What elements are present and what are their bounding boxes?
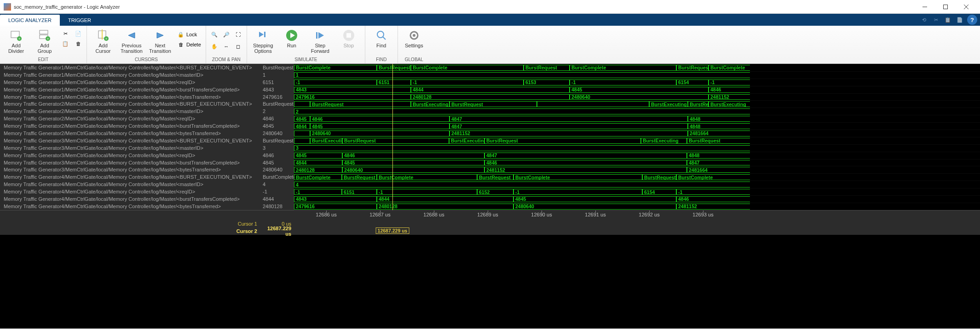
settings-button[interactable]: Settings: [401, 27, 427, 50]
waveform-segment: 2480640: [310, 131, 450, 136]
find-button[interactable]: Find: [368, 27, 395, 50]
add-group-button[interactable]: + Add Group: [31, 27, 58, 56]
signal-waveform[interactable]: 2: [294, 108, 980, 115]
signal-name[interactable]: Memory Traffic Generator1/MemCtrlGate/lo…: [0, 72, 261, 78]
signal-row[interactable]: Memory Traffic Generator1/MemCtrlGate/lo…: [0, 86, 980, 93]
pan-button[interactable]: ✋: [209, 41, 220, 52]
signal-row[interactable]: Memory Traffic Generator4/MemCtrlGate/lo…: [0, 188, 980, 195]
stepping-options-button[interactable]: Stepping Options: [250, 27, 277, 56]
signal-waveform[interactable]: 4844484548464847: [294, 159, 980, 166]
signal-waveform[interactable]: -16151-16153-16154-1: [294, 79, 980, 86]
next-transition-button[interactable]: Next Transition: [147, 27, 173, 56]
signal-row[interactable]: Memory Traffic Generator3/MemCtrlGate/lo…: [0, 152, 980, 159]
signal-row[interactable]: Memory Traffic Generator4/MemCtrlGate/lo…: [0, 203, 980, 210]
signal-row[interactable]: Memory Traffic Generator2/MemCtrlGate/lo…: [0, 122, 980, 130]
signal-name[interactable]: Memory Traffic Generator2/MemCtrlGate/lo…: [0, 131, 261, 136]
signal-name[interactable]: Memory Traffic Generator4/MemCtrlGate/lo…: [0, 189, 261, 194]
close-button[interactable]: [956, 0, 976, 13]
signal-waveform[interactable]: -16151-16152-16154-1: [294, 188, 980, 195]
waveform-segment: 2480640: [513, 204, 676, 210]
signal-row[interactable]: Memory Traffic Generator1/MemCtrlGate/lo…: [0, 71, 980, 79]
paste-icon: 📄: [75, 30, 82, 37]
signal-row[interactable]: Memory Traffic Generator1/MemCtrlGate/lo…: [0, 79, 980, 86]
cut-button[interactable]: ✂: [60, 29, 71, 38]
signal-row[interactable]: Memory Traffic Generator4/MemCtrlGate/lo…: [0, 181, 980, 188]
zoom-in-button[interactable]: 🔍: [209, 29, 220, 40]
signal-row[interactable]: Memory Traffic Generator1/MemCtrlGate/lo…: [0, 64, 980, 71]
run-button[interactable]: Run: [278, 27, 305, 50]
qat-icon-1[interactable]: ⟲: [919, 15, 928, 24]
signal-waveform[interactable]: 4845484648474848: [294, 152, 980, 159]
cursor2-marker[interactable]: 12687.229 us: [376, 227, 409, 234]
signal-name[interactable]: Memory Traffic Generator3/MemCtrlGate/lo…: [0, 153, 261, 158]
signal-name[interactable]: Memory Traffic Generator1/MemCtrlGate/lo…: [0, 94, 261, 100]
delete-cursor-button[interactable]: 🗑 Delete: [175, 40, 203, 49]
minimize-button[interactable]: [914, 0, 935, 13]
qat-icon-4[interactable]: 📄: [955, 15, 964, 24]
signal-waveform[interactable]: BurstCompleteBurstRequestBurstCompleteBu…: [294, 64, 980, 71]
signal-value: BurstRequest: [261, 138, 294, 143]
signal-row[interactable]: Memory Traffic Generator2/MemCtrlGate/lo…: [0, 130, 980, 137]
signal-row[interactable]: Memory Traffic Generator2/MemCtrlGate/lo…: [0, 100, 980, 108]
signal-row[interactable]: Memory Traffic Generator3/MemCtrlGate/lo…: [0, 144, 980, 152]
tab-logic-analyzer[interactable]: LOGIC ANALYZER: [0, 15, 60, 26]
signal-waveform[interactable]: 4845484648474848: [294, 115, 980, 122]
qat-icon-2[interactable]: ✂: [931, 15, 940, 24]
signal-row[interactable]: Memory Traffic Generator1/MemCtrlGate/lo…: [0, 93, 980, 101]
signal-row[interactable]: Memory Traffic Generator4/MemCtrlGate/lo…: [0, 195, 980, 203]
signal-name[interactable]: Memory Traffic Generator2/MemCtrlGate/lo…: [0, 101, 261, 107]
zoom-cursor-button[interactable]: ◻: [233, 41, 244, 52]
copy-button[interactable]: 📋: [60, 39, 71, 48]
add-divider-button[interactable]: + Add Divider: [3, 27, 29, 56]
signal-row[interactable]: Memory Traffic Generator3/MemCtrlGate/lo…: [0, 159, 980, 166]
tab-trigger[interactable]: TRIGGER: [60, 15, 99, 26]
signal-name[interactable]: Memory Traffic Generator2/MemCtrlGate/lo…: [0, 116, 261, 121]
qat-icon-3[interactable]: 📋: [943, 15, 952, 24]
signal-row[interactable]: Memory Traffic Generator2/MemCtrlGate/lo…: [0, 108, 980, 115]
signal-name[interactable]: Memory Traffic Generator3/MemCtrlGate/lo…: [0, 167, 261, 172]
signal-name[interactable]: Memory Traffic Generator4/MemCtrlGate/lo…: [0, 174, 261, 180]
signal-name[interactable]: Memory Traffic Generator3/MemCtrlGate/lo…: [0, 160, 261, 165]
fit-button[interactable]: ⛶: [233, 29, 244, 40]
signal-waveform[interactable]: 4843484448454846: [294, 86, 980, 93]
signal-name[interactable]: Memory Traffic Generator4/MemCtrlGate/lo…: [0, 182, 261, 187]
add-cursor-button[interactable]: + Add Cursor: [90, 27, 116, 56]
signal-waveform[interactable]: BurstCompleteBurstRequestBurstCompleteBu…: [294, 173, 980, 181]
signal-waveform[interactable]: 3: [294, 144, 980, 152]
previous-transition-button[interactable]: Previous Transition: [118, 27, 145, 56]
signal-waveform[interactable]: 2479616248012824806402481152: [294, 203, 980, 210]
zoom-out-button[interactable]: 🔎: [221, 29, 232, 40]
lock-button[interactable]: 🔒 Lock: [175, 30, 203, 39]
signal-waveform[interactable]: 2480128248064024811522481664: [294, 166, 980, 173]
signal-name[interactable]: Memory Traffic Generator2/MemCtrlGate/lo…: [0, 123, 261, 129]
help-button[interactable]: ?: [967, 15, 977, 25]
signal-row[interactable]: Memory Traffic Generator3/MemCtrlGate/lo…: [0, 137, 980, 144]
signal-name[interactable]: Memory Traffic Generator4/MemCtrlGate/lo…: [0, 204, 261, 209]
signal-name[interactable]: Memory Traffic Generator1/MemCtrlGate/lo…: [0, 65, 261, 70]
signal-waveform[interactable]: 4843484448454846: [294, 195, 980, 203]
signal-row[interactable]: Memory Traffic Generator3/MemCtrlGate/lo…: [0, 166, 980, 173]
signal-waveform[interactable]: BurstExecutingBurstRequestBurstExecuting…: [294, 137, 980, 144]
signal-waveform[interactable]: 248064024811522481664: [294, 130, 980, 137]
signal-waveform[interactable]: 1: [294, 71, 980, 79]
maximize-button[interactable]: [935, 0, 956, 13]
signal-name[interactable]: Memory Traffic Generator1/MemCtrlGate/lo…: [0, 79, 261, 85]
waveform-segment: BurstExecuting: [449, 138, 484, 144]
waveform-area[interactable]: Memory Traffic Generator1/MemCtrlGate/lo…: [0, 64, 980, 210]
delete-sig-button[interactable]: 🗑: [73, 39, 84, 48]
step-forward-button[interactable]: Step Forward: [307, 27, 334, 56]
zoom-x-button[interactable]: ↔: [221, 41, 232, 52]
stop-button[interactable]: Stop: [335, 27, 362, 50]
signal-row[interactable]: Memory Traffic Generator2/MemCtrlGate/lo…: [0, 115, 980, 122]
signal-name[interactable]: Memory Traffic Generator3/MemCtrlGate/lo…: [0, 138, 261, 143]
signal-row[interactable]: Memory Traffic Generator4/MemCtrlGate/lo…: [0, 173, 980, 181]
signal-waveform[interactable]: 4: [294, 181, 980, 188]
signal-name[interactable]: Memory Traffic Generator3/MemCtrlGate/lo…: [0, 145, 261, 151]
signal-name[interactable]: Memory Traffic Generator4/MemCtrlGate/lo…: [0, 196, 261, 202]
signal-name[interactable]: Memory Traffic Generator1/MemCtrlGate/lo…: [0, 87, 261, 92]
signal-waveform[interactable]: 2479616248012824806402481152: [294, 93, 980, 101]
signal-waveform[interactable]: 4844484548474848: [294, 122, 980, 130]
signal-name[interactable]: Memory Traffic Generator2/MemCtrlGate/lo…: [0, 108, 261, 114]
signal-waveform[interactable]: BurstRequestBurstExecutingBurstRequestBu…: [294, 100, 980, 108]
paste-button[interactable]: 📄: [73, 29, 84, 38]
